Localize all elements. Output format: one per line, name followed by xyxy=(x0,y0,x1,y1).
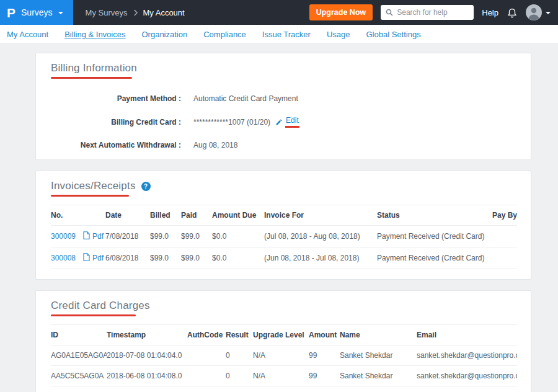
chevron-down-icon xyxy=(58,12,63,14)
charge-row: AA5C5C5AG0A 2018-06-08 01:04:08.0 0 N/A … xyxy=(51,366,517,386)
billing-credit-card-value: ************1007 (01/20) xyxy=(193,118,270,127)
col-billed: Billed xyxy=(150,205,181,226)
invoice-status: Payment Received (Credit Card) xyxy=(377,247,486,269)
tab-global-settings[interactable]: Global Settings xyxy=(366,30,420,39)
help-search xyxy=(381,5,474,20)
charge-timestamp: 2018-07-08 01:04:04.0 xyxy=(107,345,187,366)
col-authcode: AuthCode xyxy=(187,325,226,345)
chevron-right-icon xyxy=(133,9,138,16)
tab-usage[interactable]: Usage xyxy=(327,30,350,39)
charge-authcode xyxy=(187,366,226,386)
invoices-receipts-card: Invoices/Receipts ? No. Date Billed Paid… xyxy=(35,171,531,280)
edit-link-label: Edit xyxy=(285,116,299,128)
edit-pencil-icon xyxy=(275,118,283,126)
billing-credit-card-label: Billing Credit Card : xyxy=(51,118,181,127)
annotation-underline xyxy=(51,195,129,197)
charge-amount: 99 xyxy=(309,345,340,366)
charge-name: Sanket Shekdar xyxy=(340,345,417,366)
charge-id: AG0A1E05AG0A xyxy=(51,345,107,366)
charge-timestamp: 2018-06-08 01:04:08.0 xyxy=(107,366,187,386)
topbar-actions: Upgrade Now Help xyxy=(309,4,558,20)
breadcrumb: My Surveys My Account xyxy=(86,8,185,17)
help-link[interactable]: Help xyxy=(482,8,498,17)
notifications-bell-icon[interactable] xyxy=(507,7,518,19)
charge-upgrade-level: N/A xyxy=(253,366,309,386)
invoice-for: (Jun 08, 2018 - Jul 08, 2018) xyxy=(264,247,377,269)
invoice-pay-by xyxy=(486,247,517,269)
help-question-icon[interactable]: ? xyxy=(141,182,151,191)
col-date: Date xyxy=(105,205,150,226)
credit-card-charges-title: Credit Card Charges xyxy=(51,300,516,312)
pdf-link-label: Pdf xyxy=(92,232,104,241)
payment-method-label: Payment Method : xyxy=(51,94,181,103)
col-pay-by: Pay By xyxy=(486,205,517,226)
charge-name: Sanket Shekdar xyxy=(340,366,417,386)
tab-issue-tracker[interactable]: Issue Tracker xyxy=(262,30,311,39)
chevron-down-icon xyxy=(546,12,551,14)
billing-fields: Payment Method : Automatic Credit Card P… xyxy=(51,94,516,149)
charge-amount: 99 xyxy=(309,366,340,386)
tab-compliance[interactable]: Compliance xyxy=(203,30,246,39)
col-no: No. xyxy=(51,205,105,226)
billing-credit-card-row: Billing Credit Card : ************1007 (… xyxy=(51,116,516,128)
col-result: Result xyxy=(226,325,253,345)
charge-result: 0 xyxy=(226,366,253,386)
search-input[interactable] xyxy=(381,5,474,20)
tab-organization[interactable]: Organization xyxy=(141,30,187,39)
breadcrumb-current: My Account xyxy=(143,8,185,17)
edit-credit-card-link[interactable]: Edit xyxy=(275,116,299,128)
charge-email: sanket.shekdar@questionpro.com xyxy=(417,366,517,386)
invoice-date: 7/08/2018 xyxy=(105,226,150,247)
charges-header-row: ID Timestamp AuthCode Result Upgrade Lev… xyxy=(51,325,517,345)
account-menu[interactable] xyxy=(526,4,551,20)
col-name: Name xyxy=(340,325,417,345)
invoice-pdf-link[interactable]: Pdf xyxy=(83,231,104,241)
invoice-paid: $99.0 xyxy=(181,247,212,269)
invoice-amount-due: $0.0 xyxy=(212,226,264,247)
invoice-number-link[interactable]: 300008 xyxy=(51,254,76,262)
invoice-paid: $99.0 xyxy=(181,226,212,247)
account-nav: My Account Billing & Invoices Organizati… xyxy=(0,25,558,44)
col-timestamp: Timestamp xyxy=(107,325,187,345)
pdf-icon xyxy=(83,253,90,263)
payment-method-value: Automatic Credit Card Payment xyxy=(193,94,298,103)
col-email: Email xyxy=(417,325,517,345)
invoice-billed: $99.0 xyxy=(150,247,181,269)
charge-email: sanket.shekdar@questionpro.com xyxy=(417,345,517,366)
tab-billing-invoices[interactable]: Billing & Invoices xyxy=(64,30,125,39)
main-content: Billing Information Payment Method : Aut… xyxy=(0,44,558,392)
charge-upgrade-level: N/A xyxy=(253,345,309,366)
charge-id: AA5C5C5AG0A xyxy=(51,366,107,386)
next-withdrawal-value: Aug 08, 2018 xyxy=(193,141,237,149)
invoices-header-row: No. Date Billed Paid Amount Due Invoice … xyxy=(51,205,517,226)
breadcrumb-my-surveys[interactable]: My Surveys xyxy=(86,8,128,17)
next-withdrawal-label: Next Automatic Withdrawal : xyxy=(51,141,181,149)
col-upgrade-level: Upgrade Level xyxy=(253,325,309,345)
invoices-table: No. Date Billed Paid Amount Due Invoice … xyxy=(51,205,517,269)
charge-row: AG0A1E05AG0A 2018-07-08 01:04:04.0 0 N/A… xyxy=(51,345,517,366)
tab-my-account[interactable]: My Account xyxy=(7,30,48,39)
annotation-underline xyxy=(51,77,132,79)
billing-information-title: Billing Information xyxy=(51,62,516,74)
annotation-underline xyxy=(51,314,136,316)
questionpro-logo: P xyxy=(7,6,16,19)
pdf-icon xyxy=(83,231,90,241)
charges-table: ID Timestamp AuthCode Result Upgrade Lev… xyxy=(51,324,517,386)
product-switcher-label: Surveys xyxy=(21,7,53,17)
credit-card-charges-card: Credit Card Charges ID Timestamp AuthCod… xyxy=(35,290,531,392)
col-invoice-for: Invoice For xyxy=(264,205,377,226)
payment-method-row: Payment Method : Automatic Credit Card P… xyxy=(51,94,516,103)
top-bar: P Surveys My Surveys My Account Upgrade … xyxy=(0,0,558,25)
col-paid: Paid xyxy=(181,205,212,226)
charge-result: 0 xyxy=(226,345,253,366)
search-icon xyxy=(386,9,393,16)
upgrade-now-button[interactable]: Upgrade Now xyxy=(309,4,373,20)
invoice-pdf-link[interactable]: Pdf xyxy=(83,253,104,263)
invoice-number-link[interactable]: 300009 xyxy=(51,232,76,241)
product-switcher[interactable]: P Surveys xyxy=(0,0,73,25)
invoice-amount-due: $0.0 xyxy=(212,247,264,269)
next-withdrawal-row: Next Automatic Withdrawal : Aug 08, 2018 xyxy=(51,141,516,149)
invoices-receipts-title: Invoices/Receipts xyxy=(51,180,136,192)
col-id: ID xyxy=(51,325,107,345)
charge-authcode xyxy=(187,345,226,366)
